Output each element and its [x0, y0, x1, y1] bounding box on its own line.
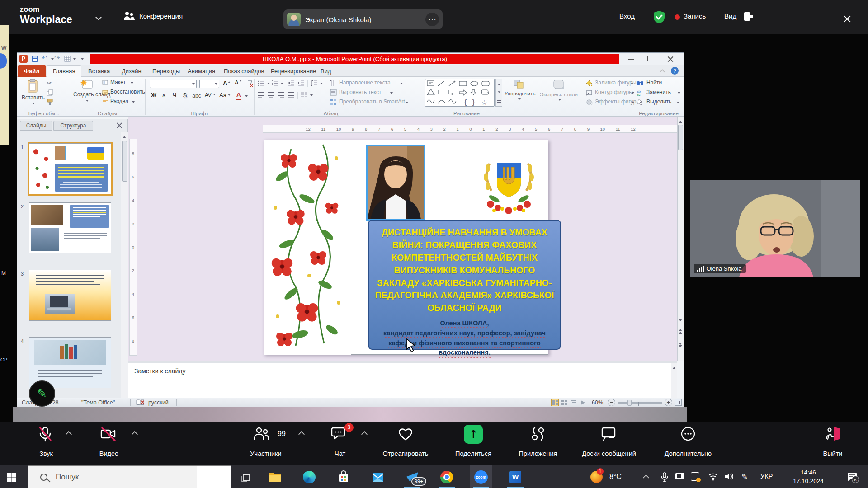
panel-close-button[interactable]: [117, 122, 123, 128]
slide-thumbnail-3[interactable]: [29, 270, 111, 321]
edge-button[interactable]: [298, 465, 320, 488]
shape-fill-button[interactable]: Заливка фигуры: [595, 80, 637, 86]
start-button[interactable]: [1, 465, 23, 488]
security-shield-icon[interactable]: [652, 10, 666, 24]
audio-options-chevron[interactable]: [66, 431, 72, 437]
zoom-slider-thumb[interactable]: [627, 400, 632, 406]
tray-display-icon[interactable]: [675, 472, 685, 481]
toolbar-react-button[interactable]: [397, 426, 414, 444]
tray-pen-icon[interactable]: ✎: [741, 472, 748, 481]
shape-outline-button[interactable]: Контур фигуры: [595, 89, 633, 95]
next-slide-button[interactable]: [679, 343, 682, 349]
tab-insert[interactable]: Вставка: [82, 65, 116, 77]
redo-icon[interactable]: ↷: [54, 55, 60, 61]
font-size-combo[interactable]: [199, 80, 219, 88]
tray-mic-icon[interactable]: [660, 472, 669, 482]
save-icon[interactable]: [31, 55, 38, 62]
numbering-icon[interactable]: [271, 80, 278, 86]
shapes-gallery[interactable]: { } ☆: [425, 79, 495, 107]
ppt-minimize-button[interactable]: [628, 59, 634, 60]
columns-icon[interactable]: [301, 92, 308, 98]
arrange-button[interactable]: Упорядочить: [505, 79, 533, 108]
window-minimize-button[interactable]: [780, 19, 788, 19]
bold-button[interactable]: Ж: [149, 92, 159, 99]
fit-to-window-button[interactable]: [675, 399, 682, 406]
toolbar-video-button[interactable]: [99, 426, 118, 445]
justify-icon[interactable]: [288, 92, 295, 98]
tab-review[interactable]: Рецензирование: [265, 65, 322, 77]
slide-thumbnail-2[interactable]: [29, 202, 111, 253]
slide-thumbnail-1[interactable]: [29, 143, 111, 194]
format-painter-icon[interactable]: [47, 99, 53, 106]
select-button[interactable]: Выделить: [646, 99, 671, 105]
text-shadow-button[interactable]: S: [180, 92, 190, 99]
view-reading-button[interactable]: [570, 399, 578, 406]
panel-tab-outline[interactable]: Структура: [53, 121, 93, 131]
participants-options-chevron[interactable]: [298, 431, 305, 437]
ppt-title-bar[interactable]: P ↶ ↷ ШКОЛА О.М..pptx - Microsoft PowerP…: [17, 53, 684, 65]
tab-view[interactable]: Вид: [315, 65, 337, 77]
view-slideshow-button[interactable]: [580, 399, 587, 406]
new-slide-button[interactable]: Создать слайд: [73, 79, 99, 108]
spellcheck-icon[interactable]: [136, 399, 145, 406]
zoom-out-button[interactable]: −: [608, 399, 615, 406]
shapes-gallery-scroll[interactable]: [495, 79, 502, 107]
notification-center-button[interactable]: 6: [846, 471, 858, 484]
workspace-chevron-down-icon[interactable]: [95, 14, 102, 20]
video-options-chevron[interactable]: [132, 431, 138, 437]
zoom-app-button[interactable]: zoom: [470, 465, 492, 488]
font-name-combo[interactable]: [150, 80, 197, 88]
toolbar-whiteboards-button[interactable]: [600, 426, 618, 444]
language-indicator[interactable]: русский: [148, 399, 169, 406]
language-switcher[interactable]: УКР: [760, 473, 773, 480]
word-button[interactable]: W: [505, 465, 526, 488]
line-spacing-icon[interactable]: [310, 80, 318, 87]
character-spacing-button[interactable]: AV: [205, 92, 216, 98]
ppt-close-button[interactable]: [667, 56, 674, 62]
tab-transitions[interactable]: Переходы: [146, 65, 186, 77]
search-box[interactable]: Пошук: [28, 465, 231, 488]
section-button[interactable]: Раздел: [110, 98, 128, 104]
view-sorter-button[interactable]: [561, 399, 568, 406]
mail-button[interactable]: [367, 465, 389, 488]
tab-shared-screen[interactable]: Экран (Olena Shkola) ⋯: [283, 9, 443, 29]
tab-home[interactable]: Главная: [47, 65, 81, 77]
toolbar-share-button[interactable]: ↑: [464, 425, 483, 444]
tab-file[interactable]: Файл: [18, 65, 46, 77]
italic-button[interactable]: К: [159, 92, 169, 99]
chat-options-chevron[interactable]: [361, 431, 368, 437]
copy-icon[interactable]: [47, 89, 53, 96]
file-explorer-button[interactable]: [264, 465, 286, 488]
clipboard-dialog-launcher[interactable]: [64, 111, 68, 115]
cut-icon[interactable]: ✂: [47, 80, 52, 87]
text-direction-button[interactable]: Направление текста: [339, 80, 391, 86]
zoom-slider-track[interactable]: [618, 402, 662, 404]
chrome-button[interactable]: [436, 465, 458, 488]
notes-pane[interactable]: Заметки к слайду: [128, 363, 677, 398]
view-button[interactable]: Вид: [724, 12, 736, 20]
temperature-label[interactable]: 8°C: [609, 473, 622, 481]
bullets-icon[interactable]: [258, 80, 265, 86]
replace-button[interactable]: Заменить: [646, 89, 671, 95]
notes-scrollbar[interactable]: [671, 363, 677, 398]
align-left-icon[interactable]: [258, 92, 265, 98]
toolbar-leave-button[interactable]: [824, 426, 841, 444]
tray-expand-chevron[interactable]: [643, 474, 649, 481]
smartart-button[interactable]: Преобразовать в SmartArt: [339, 99, 405, 105]
zoom-level[interactable]: 60%: [592, 399, 603, 406]
grow-font-button[interactable]: A: [223, 80, 231, 87]
window-maximize-button[interactable]: [812, 15, 819, 22]
view-normal-button[interactable]: [551, 399, 559, 406]
clock[interactable]: 14:46 17.10.2024: [785, 469, 832, 486]
slide-editor[interactable]: ДИСТАНЦІЙНЕ НАВЧАННЯ В УМОВАХ ВІЙНИ: ПОК…: [264, 140, 548, 355]
webcam-tile[interactable]: Olena Shkola: [690, 180, 860, 277]
quick-styles-button[interactable]: Экспресс-стили: [534, 79, 583, 108]
slide-text-box[interactable]: ДИСТАНЦІЙНЕ НАВЧАННЯ В УМОВАХ ВІЙНИ: ПОК…: [368, 220, 561, 350]
signin-button[interactable]: Вход: [619, 12, 635, 20]
previous-slide-button[interactable]: [679, 327, 682, 334]
shape-effects-button[interactable]: Эффекты фигур: [595, 99, 636, 105]
reset-button[interactable]: Восстановить: [110, 89, 145, 95]
font-dialog-launcher[interactable]: [248, 111, 252, 115]
task-view-button[interactable]: [235, 465, 257, 488]
decrease-indent-icon[interactable]: [288, 80, 295, 86]
